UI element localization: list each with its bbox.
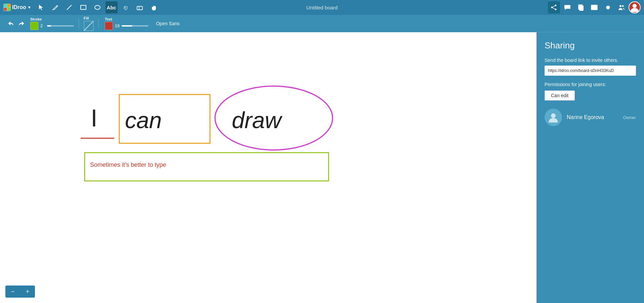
stroke-width-value: 2 [40,23,45,28]
font-name[interactable]: Open Sans [156,21,179,26]
svg-point-11 [551,7,553,8]
redo-button[interactable] [17,18,27,29]
user-name: Narine Egorova [567,114,618,120]
svg-line-5 [67,5,72,10]
select-tool-button[interactable] [35,1,47,13]
zoom-out-button[interactable]: − [5,286,20,298]
svg-rect-1 [7,4,10,7]
chat-button[interactable] [561,1,573,13]
sidebar: Sharing Send the board link to invite ot… [536,32,644,303]
text-color-swatch[interactable] [105,22,113,30]
stroke-color-swatch[interactable] [30,22,38,30]
svg-text:Sometimes it's better to type: Sometimes it's better to type [90,161,166,168]
can-edit-button[interactable]: Can edit [545,90,575,101]
user-info: Narine Egorova [567,114,618,120]
image-button[interactable] [588,1,600,13]
top-right-icons [548,1,641,13]
sidebar-title: Sharing [545,40,636,51]
svg-text:can: can [125,107,162,133]
user-avatar [545,109,562,126]
second-toolbar: Stroke 2 Fill Text 16 Open San [0,15,644,32]
formula-tool-label: f() [124,5,128,10]
pages-button[interactable] [575,1,587,13]
formula-tool-button[interactable]: f() [120,1,132,13]
svg-rect-8 [137,6,142,10]
svg-line-4 [56,6,57,7]
svg-line-24 [84,21,93,31]
logo-text: IDroo [12,4,26,10]
svg-point-33 [551,113,556,118]
share-button[interactable] [548,1,560,13]
svg-rect-6 [81,5,86,9]
text-tool-button[interactable]: Abc [105,1,118,13]
user-avatar-top[interactable] [629,1,641,13]
nav-arrows [5,18,27,29]
svg-rect-0 [4,4,7,7]
drawing-content: I can draw Sometimes it's better to type [0,32,536,303]
divider-1 [79,18,79,29]
zoom-controls: − + [5,286,35,298]
svg-point-21 [622,5,624,7]
zoom-in-button[interactable]: + [20,286,35,298]
line-tool-button[interactable] [63,1,75,13]
pan-tool-button[interactable] [148,1,160,13]
fill-color-swatch[interactable] [84,21,94,31]
logo-icon [3,4,11,11]
text-label: Text [105,17,112,21]
top-toolbar: IDroo ▾ Abc f() Untitled board [0,0,644,15]
svg-point-12 [555,9,557,10]
svg-rect-17 [579,6,583,10]
svg-point-20 [619,5,621,7]
user-role: Owner [623,115,636,120]
svg-text:draw: draw [232,107,283,133]
rectangle-tool-button[interactable] [77,1,89,13]
stroke-width-slider[interactable] [47,25,74,27]
share-link-input[interactable] [545,66,636,76]
settings-button[interactable] [602,1,614,13]
user-row: Narine Egorova Owner [545,109,636,126]
font-size-slider[interactable] [122,25,148,27]
svg-line-14 [553,8,555,9]
canvas-area[interactable]: I can draw Sometimes it's better to type [0,32,536,303]
fill-label: Fill [84,16,89,20]
svg-point-10 [555,5,557,6]
svg-rect-3 [7,8,10,11]
text-tool-label: Abc [107,5,116,10]
logo-dropdown-icon[interactable]: ▾ [28,5,30,10]
svg-rect-2 [4,8,7,11]
permissions-label: Permissions for joining users: [545,82,636,87]
svg-point-7 [95,5,100,9]
main-area: I can draw Sometimes it's better to type [0,32,644,303]
svg-point-22 [633,4,637,8]
users-button[interactable] [615,1,627,13]
board-title: Untitled board [306,5,338,10]
pen-tool-button[interactable] [49,1,61,13]
divider-2 [98,18,99,29]
undo-button[interactable] [5,18,15,29]
eraser-tool-button[interactable] [134,1,146,13]
svg-line-13 [553,6,555,7]
svg-point-19 [592,6,594,7]
ellipse-tool-button[interactable] [91,1,103,13]
stroke-label: Stroke [30,17,42,21]
app-logo[interactable]: IDroo ▾ [3,4,30,11]
share-description: Send the board link to invite others. [545,58,636,63]
font-size-value: 16 [115,23,120,28]
svg-text:I: I [91,105,97,131]
